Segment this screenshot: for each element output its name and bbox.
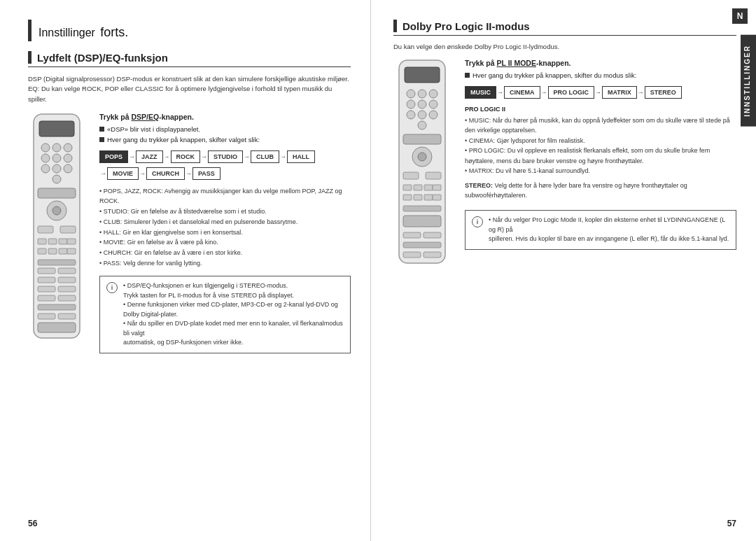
svg-point-49 <box>418 121 426 129</box>
svg-rect-32 <box>38 295 55 301</box>
section-bar <box>28 51 31 64</box>
remote-svg-left <box>28 113 85 344</box>
mode-btn-movie: MOVIE <box>107 167 139 180</box>
pl-point-2: • PRO LOGIC: Du vil oppleve en realistis… <box>465 146 736 166</box>
remote-control-left <box>28 113 90 353</box>
svg-rect-59 <box>403 195 412 200</box>
svg-rect-37 <box>38 323 76 332</box>
arrow-r1: → <box>497 89 503 96</box>
svg-rect-39 <box>405 67 440 83</box>
svg-point-3 <box>52 143 61 152</box>
svg-rect-50 <box>403 134 441 144</box>
svg-rect-27 <box>58 268 76 274</box>
bullet-2 <box>99 137 104 142</box>
arrow-r2: → <box>541 89 547 96</box>
info-right-line-0: • Når du velger Pro Logic Mode II, kople… <box>489 216 729 234</box>
arrow-6: → <box>100 170 106 177</box>
mode-btn-rock: ROCK <box>171 150 201 163</box>
svg-rect-58 <box>433 185 441 190</box>
info-box-right: i • Når du velger Pro Logic Mode II, kop… <box>465 210 736 250</box>
svg-rect-12 <box>38 188 76 198</box>
info-line-4: automatisk, og DSP-funksjonen virker ikk… <box>123 338 344 348</box>
svg-rect-56 <box>414 185 422 190</box>
mode-btn-cinema: CINEMA <box>504 86 540 99</box>
content-area: Trykk på DSP/EQ-knappen. «DSP» blir vist… <box>28 113 351 353</box>
svg-point-43 <box>407 100 415 108</box>
info-icon-right: i <box>472 216 483 227</box>
svg-point-14 <box>52 206 61 215</box>
dsp-underline: DSP/EQ <box>132 113 160 121</box>
dsp-step-2-text: Hver gang du trykker på knappen, skifter… <box>107 136 260 143</box>
info-right-line-1: spilleren. Hvis du kopler til bare en av… <box>489 234 729 244</box>
svg-point-9 <box>52 164 61 173</box>
svg-rect-61 <box>424 195 433 200</box>
right-content: Trykk på PL II MODE-knappen. Hver gang d… <box>393 59 736 270</box>
page-num-left: 56 <box>28 519 37 528</box>
svg-rect-30 <box>38 286 55 292</box>
svg-rect-36 <box>58 314 76 319</box>
stereo-section: STEREO: Velg dette for å høre lyder bare… <box>465 181 736 200</box>
svg-rect-60 <box>414 195 422 200</box>
intro-text: DSP (Digital signalprosessor) DSP-modus … <box>28 74 351 104</box>
svg-rect-63 <box>403 206 441 211</box>
bullet-p-0: • POPS, JAZZ, ROCK: Avhengig av musikksj… <box>99 187 351 206</box>
bullet-p-1: • STUDIO: Gir en følelse av å tilstedvær… <box>99 207 351 217</box>
info-text-left: • DSP/EQ-funksjonen er kun tilgjengelig … <box>123 281 344 348</box>
bullet-list: • POPS, JAZZ, ROCK: Avhengig av musikksj… <box>99 187 351 269</box>
pl-point-0: • MUSIC: Når du hører på musikk, kan du … <box>465 115 736 136</box>
side-tab: INNSTILLINGER <box>741 35 756 127</box>
right-step-text: Hver gang du trykker på knappen, skifter… <box>472 71 636 79</box>
svg-rect-57 <box>424 185 433 190</box>
pl-point-1: • CINEMA: Gjør lydsporet for film realis… <box>465 136 736 146</box>
info-line-2: • Denne funksjonen virker med CD-plater,… <box>123 300 344 319</box>
arrow-8: → <box>186 170 192 177</box>
info-icon-left: i <box>106 282 118 293</box>
svg-point-42 <box>429 90 438 98</box>
pro-logic-list: • MUSIC: Når du hører på musikk, kan du … <box>465 115 736 176</box>
title-text: Innstillinger <box>38 27 95 38</box>
bullet-p-2: • CLUB: Simulerer lyden i et danselokal … <box>99 218 351 227</box>
svg-rect-15 <box>38 226 53 233</box>
section-bar-right <box>393 20 397 32</box>
page: Innstillinger forts. Lydfelt (DSP)/EQ-fu… <box>0 0 756 541</box>
svg-rect-17 <box>38 239 46 244</box>
arrow-3: → <box>201 153 207 160</box>
stereo-label: STEREO: <box>465 182 493 189</box>
bullet-r1 <box>465 73 470 78</box>
mode-buttons-row2: → MOVIE → CHURCH → PASS <box>99 167 351 180</box>
mode-buttons-row1: POPS → JAZZ → ROCK → STUDIO → CLUB → HAL… <box>99 150 351 163</box>
intro-line-1: DSP (Digital signalprosessor) DSP-modus … <box>28 74 351 84</box>
arrow-1: → <box>129 153 135 160</box>
svg-rect-65 <box>403 232 421 238</box>
svg-rect-23 <box>59 248 67 254</box>
svg-rect-66 <box>424 232 441 238</box>
pl-point-3: • MATRIX: Du vil høre 5.1-kanal surround… <box>465 166 736 176</box>
pro-logic-title: PRO LOGIC II <box>465 106 736 113</box>
svg-rect-29 <box>58 277 76 283</box>
mode-btn-stereo: STEREO <box>645 86 682 99</box>
svg-point-11 <box>52 175 61 183</box>
mode-btn-hall: HALL <box>287 150 315 163</box>
mode-btn-music: MUSIC <box>465 86 496 99</box>
svg-rect-68 <box>403 252 421 258</box>
dsp-step-2: Hver gang du trykker på knappen, skifter… <box>99 136 351 143</box>
pl-underline: PL II MODE <box>497 59 536 67</box>
info-line-0: • DSP/EQ-funksjonen er kun tilgjengelig … <box>123 281 344 291</box>
svg-rect-64 <box>403 216 441 227</box>
mode-btn-studio: STUDIO <box>208 150 243 163</box>
svg-rect-55 <box>403 185 412 190</box>
mode-btn-pass: PASS <box>192 167 220 180</box>
svg-point-52 <box>418 153 426 161</box>
svg-rect-20 <box>67 239 76 244</box>
page-num-right: 57 <box>727 519 736 528</box>
arrow-7: → <box>139 170 146 177</box>
right-intro: Du kan velge den ønskede Dolby Pro Logic… <box>393 43 736 50</box>
svg-rect-67 <box>403 242 441 248</box>
svg-rect-54 <box>426 172 441 179</box>
svg-rect-21 <box>38 248 46 254</box>
svg-rect-16 <box>60 226 76 233</box>
section-title-left: Lydfelt (DSP)/EQ-funksjon <box>28 51 351 67</box>
remote-svg-right <box>393 59 451 269</box>
svg-point-4 <box>64 143 72 152</box>
svg-rect-69 <box>424 252 441 258</box>
